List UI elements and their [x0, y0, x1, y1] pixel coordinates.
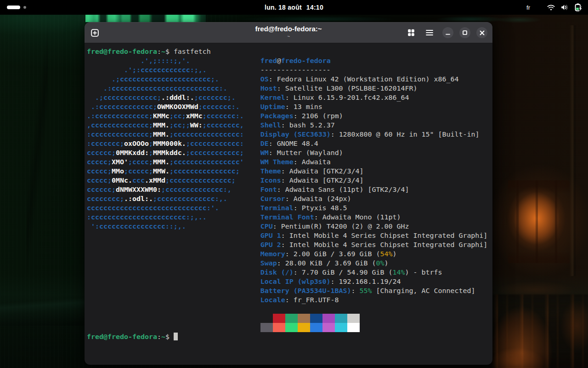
terminal-line: fred@fredo-fedora:~$	[87, 332, 492, 341]
minimize-button[interactable]	[442, 27, 453, 38]
system-status-area[interactable]: fr	[526, 0, 582, 15]
terminal-line: ccccc;0MNc.ccc.xMMd;ccccccccccccccc; Ico…	[87, 176, 492, 185]
ansi-color-swatch	[260, 323, 273, 332]
terminal-line	[87, 314, 492, 323]
ansi-color-swatch	[322, 314, 335, 323]
terminal-line: .;ccccccccccccc;.:dddl:.;ccccccc;. Kerne…	[87, 93, 492, 102]
terminal-line: cccccc;0MMKxdd:;MMMkddc.;cccccccccccc; W…	[87, 148, 492, 157]
terminal-line: fred@fredo-fedora:~$ fastfetch	[87, 47, 492, 56]
wallpaper-street-reflections	[489, 294, 588, 368]
ansi-color-swatch	[298, 314, 310, 323]
window-title-block: fred@fredo-fedora:~ ~	[255, 24, 322, 40]
terminal-line: ccccc;XMO';cccc;MMM.;cccccccccccccccc' W…	[87, 157, 492, 167]
ansi-color-swatch	[285, 314, 298, 323]
maximize-button[interactable]	[459, 27, 470, 38]
terminal-line: Locale: fr_FR.UTF-8	[87, 295, 492, 305]
ansi-color-swatch	[335, 314, 347, 323]
terminal-line	[87, 323, 492, 332]
tab-overview-button[interactable]	[406, 27, 417, 38]
terminal-line: :cccccccccccccc;MMM.;cccccccccccccccc: D…	[87, 130, 492, 139]
terminal-line: ,cccccccccccccc;MMM.;cc;;WW:;cccccccc, S…	[87, 121, 492, 130]
terminal-line: .',;::::;,'. fred@fredo-fedora	[87, 56, 492, 65]
ansi-color-swatch	[335, 323, 347, 332]
wallpaper-street-left	[0, 284, 87, 326]
terminal-line: ':cccccccccccccccc::;,. CPU: Pentium(R) …	[87, 222, 492, 231]
wifi-icon	[547, 4, 555, 11]
clock-time: 14:10	[306, 4, 323, 11]
terminal-cursor	[174, 333, 178, 340]
clock-date: lun. 18 août	[265, 4, 302, 11]
terminal-line: Battery (PA3534U-1BAS): 55% [Charging, A…	[87, 286, 492, 295]
ansi-color-swatch	[347, 323, 360, 332]
ansi-color-swatch	[273, 314, 285, 323]
terminal-line: .:ccccccccccccc;KMMc;cc;xMMc;ccccccc:. P…	[87, 111, 492, 121]
terminal-window: fred@fredo-fedora:~ ~	[85, 22, 492, 365]
main-menu-button[interactable]	[424, 27, 435, 38]
battery-charging-icon	[575, 3, 582, 12]
terminal-line: :ccccccccccccccccccccccc:;,.. Terminal F…	[87, 213, 492, 222]
ansi-color-swatch	[310, 323, 322, 332]
terminal-line	[87, 305, 492, 314]
terminal-line: cccccccc;.:odl:.;cccccccccccccc:,. Curso…	[87, 194, 492, 203]
wallpaper-building-edge-left	[27, 15, 48, 272]
new-tab-button[interactable]	[87, 25, 102, 40]
volume-icon	[561, 4, 569, 11]
terminal-line: Swap: 28.00 KiB / 3.69 GiB (0%)	[87, 259, 492, 268]
terminal-line: GPU 2: Intel Mobile 4 Series Chipset Int…	[87, 240, 492, 249]
wallpaper-lit-windows	[85, 15, 206, 22]
ansi-color-swatch	[347, 314, 360, 323]
terminal-line: ccccc;MMo;ccccc;MMW.;ccccccccccccccc; Th…	[87, 167, 492, 176]
terminal-line: .;cccccccccccccccccccccc;. OS: Fedora Li…	[87, 75, 492, 84]
terminal-line: .:cccccccccccccccccccccccccc:. Host: Sat…	[87, 84, 492, 93]
terminal-line: GPU 1: Intel Mobile 4 Series Chipset Int…	[87, 231, 492, 240]
terminal-headerbar[interactable]: fred@fredo-fedora:~ ~	[85, 22, 492, 43]
terminal-line: Memory: 2.00 GiB / 3.69 GiB (54%)	[87, 249, 492, 259]
wallpaper-building-edge-right	[570, 25, 576, 276]
wallpaper-shop-window	[508, 180, 570, 263]
gnome-top-bar: lun. 18 août 14:10 fr	[0, 0, 588, 15]
ansi-color-swatch	[260, 314, 273, 323]
ansi-color-swatch	[273, 323, 285, 332]
terminal-line: .:ccccccccccccc;OWMKOOXMWd;ccccccc:. Upt…	[87, 102, 492, 111]
terminal-line: Local IP (wlp3s0): 192.168.1.19/24	[87, 277, 492, 286]
terminal-line: ccccccccccccccccccccccccccccc:'. Termina…	[87, 203, 492, 213]
ansi-color-swatch	[310, 314, 322, 323]
terminal-line: Disk (/): 7.70 GiB / 54.90 GiB (14%) - b…	[87, 268, 492, 277]
close-button[interactable]	[476, 27, 487, 38]
ansi-color-swatch	[298, 323, 310, 332]
terminal-line: .';:cccccccccccc:;,. -----------------	[87, 65, 492, 75]
terminal-content[interactable]: fred@fredo-fedora:~$ fastfetch .',;::::;…	[85, 44, 492, 365]
terminal-line: cccccc;dNMWXXXWM0:;cccccccccccccc:, Font…	[87, 185, 492, 194]
window-subtitle: ~	[255, 34, 322, 40]
clock-menu-button[interactable]: lun. 18 août 14:10	[0, 0, 588, 15]
terminal-line: :ccccccc;oxOOOo;MMM000k.;cccccccccccc: D…	[87, 139, 492, 148]
ansi-color-swatch	[322, 323, 335, 332]
window-title: fred@fredo-fedora:~	[255, 24, 322, 34]
ansi-color-swatch	[285, 323, 298, 332]
keyboard-layout-indicator[interactable]: fr	[526, 4, 530, 11]
